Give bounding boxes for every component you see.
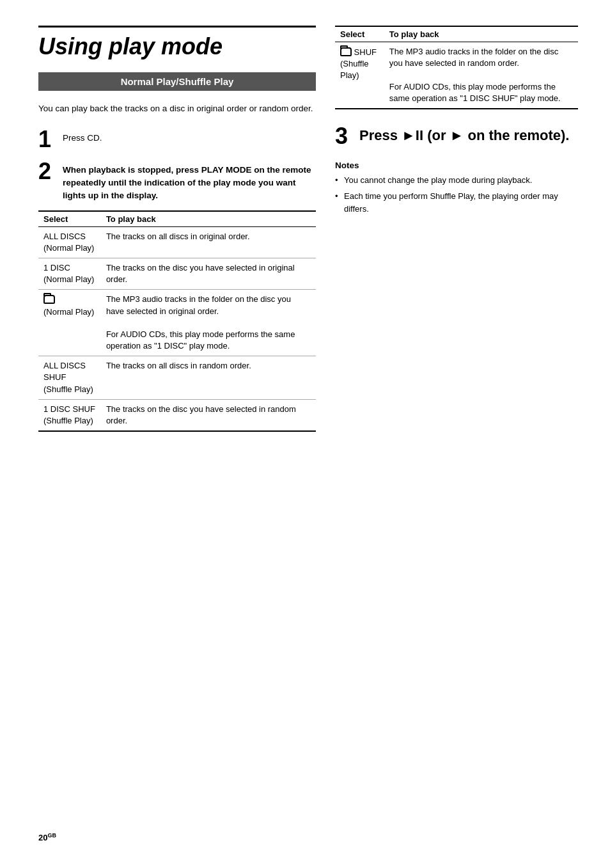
left-table-col2-header: To play back: [101, 211, 316, 227]
step-2-number: 2: [38, 160, 58, 183]
list-item: You cannot change the play mode during p…: [335, 174, 578, 187]
table-cell-playback: The tracks on the disc you have selected…: [101, 399, 316, 431]
step-3-number: 3: [335, 125, 354, 148]
table-cell-select: ALL DISCS SHUF(Shuffle Play): [38, 356, 101, 400]
notes-title: Notes: [335, 161, 578, 170]
left-table: Select To play back ALL DISCS(Normal Pla…: [38, 210, 316, 432]
step-1-number: 1: [38, 128, 58, 151]
table-row: ALL DISCS SHUF(Shuffle Play) The tracks …: [38, 356, 316, 400]
step-2-text: When playback is stopped, press PLAY MOD…: [63, 160, 316, 203]
page-title: Using play mode: [38, 26, 316, 59]
step-3: 3 Press ►II (or ► on the remote).: [335, 125, 578, 148]
folder-icon: [43, 295, 55, 304]
step-2: 2 When playback is stopped, press PLAY M…: [38, 160, 316, 203]
table-row: 1 DISC(Normal Play) The tracks on the di…: [38, 258, 316, 289]
step-1-text: Press CD.: [63, 128, 102, 145]
list-item: Each time you perform Shuffle Play, the …: [335, 190, 578, 215]
table-cell-playback: The MP3 audio tracks in the folder on th…: [101, 290, 316, 356]
page-superscript: GB: [47, 832, 56, 839]
table-cell-select: SHUF(Shuffle Play): [335, 42, 384, 109]
table-row: 1 DISC SHUF(Shuffle Play) The tracks on …: [38, 399, 316, 431]
table-cell-playback: The MP3 audio tracks in the folder on th…: [384, 42, 578, 109]
intro-text: You can play back the tracks on a disc i…: [38, 102, 316, 115]
table-cell-select: 1 DISC SHUF(Shuffle Play): [38, 399, 101, 431]
step-3-text: Press ►II (or ► on the remote).: [359, 125, 569, 144]
table-cell-select: ALL DISCS(Normal Play): [38, 226, 101, 258]
table-cell-playback: The tracks on the disc you have selected…: [101, 258, 316, 289]
table-cell-select: (Normal Play): [38, 290, 101, 356]
left-table-col1-header: Select: [38, 211, 101, 227]
table-cell-select: 1 DISC(Normal Play): [38, 258, 101, 289]
notes-list: You cannot change the play mode during p…: [335, 174, 578, 216]
right-table: Select To play back SHUF(Shuffle Play) T…: [335, 26, 578, 109]
notes-section: Notes You cannot change the play mode du…: [335, 161, 578, 216]
page-number: 20: [38, 833, 47, 842]
right-table-col1-header: Select: [335, 26, 384, 42]
left-column: Using play mode Normal Play/Shuffle Play…: [38, 26, 316, 842]
table-cell-playback: The tracks on all discs in random order.: [101, 356, 316, 400]
right-table-col2-header: To play back: [384, 26, 578, 42]
table-row: SHUF(Shuffle Play) The MP3 audio tracks …: [335, 42, 578, 109]
table-row: (Normal Play) The MP3 audio tracks in th…: [38, 290, 316, 356]
step-1: 1 Press CD.: [38, 128, 316, 151]
table-cell-playback: The tracks on all discs in original orde…: [101, 226, 316, 258]
right-column: Select To play back SHUF(Shuffle Play) T…: [335, 26, 578, 842]
section-header: Normal Play/Shuffle Play: [38, 72, 316, 91]
folder-icon: [340, 47, 352, 56]
table-row: ALL DISCS(Normal Play) The tracks on all…: [38, 226, 316, 258]
page-footer: 20GB: [38, 832, 56, 842]
